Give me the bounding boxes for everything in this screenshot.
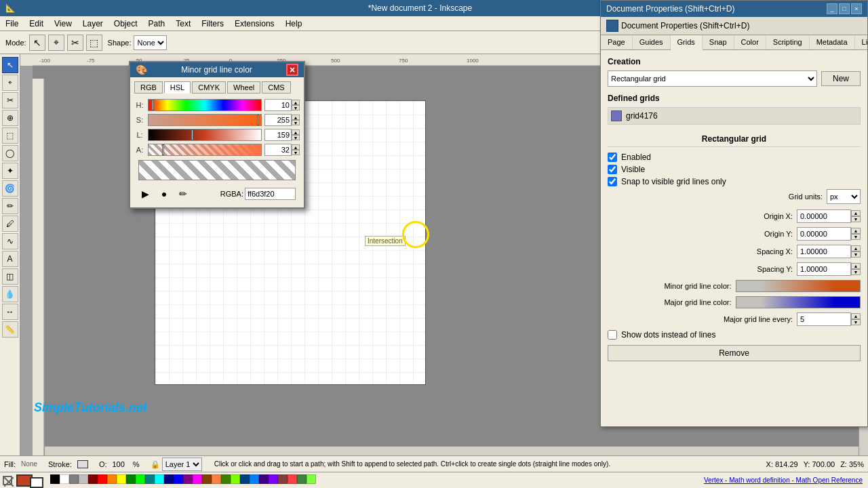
pal-salmon[interactable] bbox=[212, 474, 221, 484]
spacing-y-up[interactable]: ▲ bbox=[851, 263, 861, 269]
pencil-tool[interactable]: ✏ bbox=[2, 198, 18, 214]
lightness-value[interactable]: 159 bbox=[264, 129, 292, 141]
pal-yellow[interactable] bbox=[117, 474, 126, 484]
rect-tool[interactable]: ⬚ bbox=[2, 127, 18, 144]
alpha-value[interactable]: 32 bbox=[264, 144, 292, 156]
pal-gray[interactable] bbox=[69, 474, 79, 484]
alpha-slider[interactable] bbox=[148, 144, 262, 156]
dp-close-btn[interactable]: × bbox=[851, 3, 862, 14]
node-tool-btn[interactable]: ⌖ bbox=[48, 35, 64, 51]
major-every-down[interactable]: ▼ bbox=[851, 319, 861, 325]
major-every-value[interactable]: 5 bbox=[797, 312, 851, 326]
tab-metadata[interactable]: Metadata bbox=[810, 35, 855, 49]
origin-y-down[interactable]: ▼ bbox=[851, 234, 861, 240]
connector-tool[interactable]: ↔ bbox=[2, 304, 18, 320]
tab-scripting[interactable]: Scripting bbox=[766, 35, 810, 49]
pal-mauve[interactable] bbox=[278, 474, 288, 484]
pal-sage[interactable] bbox=[297, 474, 307, 484]
tool-btn-4[interactable]: ⬚ bbox=[86, 35, 102, 51]
saturation-value[interactable]: 255 bbox=[264, 114, 292, 126]
pal-teal[interactable] bbox=[145, 474, 155, 484]
measure-tool[interactable]: 📏 bbox=[2, 321, 18, 338]
snap-checkbox[interactable] bbox=[608, 177, 617, 186]
pal-dark-blue[interactable] bbox=[240, 474, 250, 484]
light-up-arrow[interactable]: ▲ bbox=[292, 129, 300, 135]
pal-lime[interactable] bbox=[136, 474, 145, 484]
minor-color-swatch[interactable] bbox=[736, 280, 861, 292]
tweak-tool[interactable]: ✂ bbox=[2, 92, 18, 108]
pal-light-green[interactable] bbox=[307, 474, 316, 484]
tab-snap[interactable]: Snap bbox=[703, 35, 734, 49]
gradient-tool[interactable]: ◫ bbox=[2, 268, 18, 285]
tab-guides[interactable]: Guides bbox=[633, 35, 671, 49]
hue-down-arrow[interactable]: ▼ bbox=[292, 105, 300, 110]
origin-x-value[interactable]: 0.00000 bbox=[797, 209, 851, 223]
spacing-x-down[interactable]: ▼ bbox=[851, 251, 861, 258]
pal-cyan[interactable] bbox=[155, 474, 164, 484]
grid-units-select[interactable]: px bbox=[827, 189, 861, 204]
pal-olive-green[interactable] bbox=[221, 474, 231, 484]
pal-chartreuse[interactable] bbox=[231, 474, 240, 484]
menu-filters[interactable]: Filters bbox=[196, 18, 229, 30]
tab-rgb[interactable]: RGB bbox=[134, 81, 163, 94]
lightness-slider[interactable] bbox=[148, 129, 262, 141]
remove-grid-button[interactable]: Remove bbox=[608, 345, 861, 361]
spiral-tool[interactable]: 🌀 bbox=[2, 180, 18, 197]
color-picker-close-button[interactable] bbox=[286, 64, 298, 76]
sat-down-arrow[interactable]: ▼ bbox=[292, 120, 300, 125]
new-grid-button[interactable]: New bbox=[821, 71, 861, 86]
spacing-y-value[interactable]: 1.00000 bbox=[797, 262, 851, 276]
layer-select[interactable]: Layer 1 bbox=[162, 458, 202, 471]
menu-layer[interactable]: Layer bbox=[77, 18, 108, 30]
hue-slider[interactable] bbox=[148, 99, 262, 111]
spacing-x-up[interactable]: ▲ bbox=[851, 245, 861, 251]
pal-green[interactable] bbox=[126, 474, 136, 484]
cp-pen-icon[interactable]: ✏ bbox=[176, 187, 190, 201]
dp-maximize-btn[interactable]: □ bbox=[839, 3, 850, 14]
pal-navy[interactable] bbox=[164, 474, 174, 484]
pal-maroon[interactable] bbox=[88, 474, 98, 484]
rgba-input[interactable] bbox=[245, 188, 296, 200]
pal-blue[interactable] bbox=[174, 474, 183, 484]
major-every-up[interactable]: ▲ bbox=[851, 313, 861, 319]
spacing-x-value[interactable]: 1.00000 bbox=[797, 245, 851, 258]
light-down-arrow[interactable]: ▼ bbox=[292, 135, 300, 140]
origin-x-up[interactable]: ▲ bbox=[851, 210, 861, 216]
saturation-slider[interactable] bbox=[148, 114, 262, 126]
tab-hsl[interactable]: HSL bbox=[164, 81, 191, 94]
alpha-up-arrow[interactable]: ▲ bbox=[292, 144, 300, 150]
hue-up-arrow[interactable]: ▲ bbox=[292, 100, 300, 105]
menu-edit[interactable]: Edit bbox=[24, 18, 49, 30]
tab-color[interactable]: Color bbox=[734, 35, 766, 49]
pal-white[interactable] bbox=[60, 474, 69, 484]
tab-license[interactable]: License bbox=[855, 35, 868, 49]
node-edit-tool[interactable]: ⌖ bbox=[2, 75, 18, 91]
grid-type-select[interactable]: Rectangular grid bbox=[608, 70, 817, 87]
eyedropper-tool[interactable]: 💧 bbox=[2, 286, 18, 302]
star-tool[interactable]: ✦ bbox=[2, 163, 18, 179]
menu-object[interactable]: Object bbox=[108, 18, 143, 30]
pal-purple[interactable] bbox=[183, 474, 193, 484]
tab-wheel[interactable]: Wheel bbox=[227, 81, 260, 94]
remove-color-btn[interactable] bbox=[3, 476, 12, 485]
stroke-color-box[interactable] bbox=[30, 477, 43, 488]
menu-extensions[interactable]: Extensions bbox=[229, 18, 280, 30]
cp-circle-icon[interactable]: ● bbox=[157, 187, 171, 201]
origin-x-down[interactable]: ▼ bbox=[851, 216, 861, 222]
pal-violet[interactable] bbox=[269, 474, 278, 484]
spacing-y-down[interactable]: ▼ bbox=[851, 269, 861, 275]
menu-help[interactable]: Help bbox=[280, 18, 308, 30]
menu-path[interactable]: Path bbox=[143, 18, 171, 30]
tab-cms[interactable]: CMS bbox=[262, 81, 290, 94]
pal-indigo[interactable] bbox=[259, 474, 269, 484]
pal-brown[interactable] bbox=[202, 474, 212, 484]
zoom-tool-btn[interactable]: ⊕ bbox=[2, 110, 18, 126]
menu-text[interactable]: Text bbox=[170, 18, 196, 30]
tab-page[interactable]: Page bbox=[601, 35, 633, 49]
tab-cmyk[interactable]: CMYK bbox=[192, 81, 226, 94]
enabled-checkbox[interactable] bbox=[608, 152, 617, 162]
pen-tool[interactable]: 🖊 bbox=[2, 216, 18, 232]
cp-play-icon[interactable]: ▶ bbox=[138, 187, 152, 201]
text-tool[interactable]: A bbox=[2, 251, 18, 267]
dp-minimize-btn[interactable]: _ bbox=[827, 3, 837, 14]
